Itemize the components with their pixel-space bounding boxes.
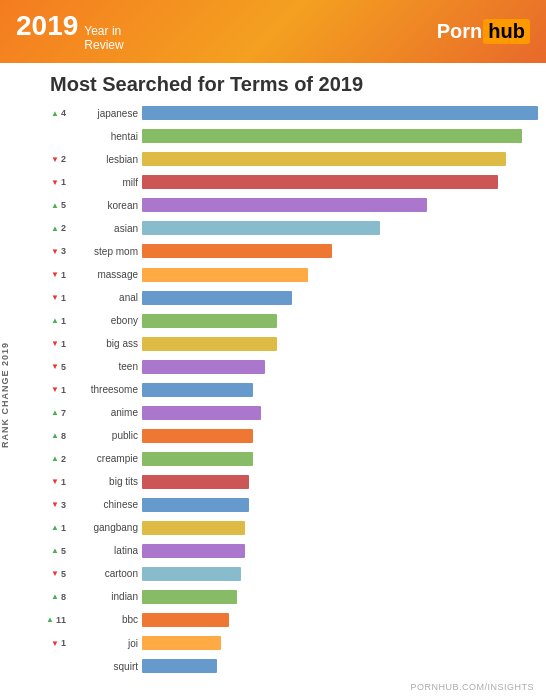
rank-item: ▲5 — [16, 542, 66, 560]
bar-row: asian — [66, 219, 538, 237]
up-arrow-icon: ▲ — [51, 201, 59, 210]
down-arrow-icon: ▼ — [51, 270, 59, 279]
bar-fill — [142, 221, 380, 235]
bar-track — [142, 383, 538, 397]
rank-item: ▲7 — [16, 404, 66, 422]
footer-url: PORNHUB.COM/INSIGHTS — [0, 680, 546, 696]
bar-label: ebony — [66, 315, 138, 326]
logo-hub: hub — [483, 19, 530, 44]
down-arrow-icon: ▼ — [51, 385, 59, 394]
bar-fill — [142, 106, 538, 120]
rank-item: ▼3 — [16, 242, 66, 260]
bar-label: japanese — [66, 108, 138, 119]
down-arrow-icon: ▼ — [51, 178, 59, 187]
bar-fill — [142, 590, 237, 604]
up-arrow-icon: ▲ — [51, 523, 59, 532]
bar-fill — [142, 659, 217, 673]
bar-row: cartoon — [66, 565, 538, 583]
bar-label: korean — [66, 200, 138, 211]
bar-track — [142, 452, 538, 466]
bar-track — [142, 291, 538, 305]
bar-row: chinese — [66, 496, 538, 514]
bar-label: big tits — [66, 476, 138, 487]
rank-item: ▼1 — [16, 266, 66, 284]
down-arrow-icon: ▼ — [51, 500, 59, 509]
down-arrow-icon: ▼ — [51, 569, 59, 578]
rank-item: ▼1 — [16, 381, 66, 399]
bar-fill — [142, 360, 265, 374]
bar-label: public — [66, 430, 138, 441]
bar-row: step mom — [66, 242, 538, 260]
up-arrow-icon: ▲ — [51, 109, 59, 118]
bar-row: squirt — [66, 657, 538, 675]
bar-fill — [142, 567, 241, 581]
bar-row: anal — [66, 289, 538, 307]
bar-fill — [142, 636, 221, 650]
bar-row: big ass — [66, 335, 538, 353]
rank-item: ▼1 — [16, 634, 66, 652]
bar-track — [142, 337, 538, 351]
bar-row: japanese — [66, 104, 538, 122]
bar-label: asian — [66, 223, 138, 234]
bar-track — [142, 175, 538, 189]
rank-item: ▲8 — [16, 588, 66, 606]
logo: Porn hub — [437, 19, 530, 44]
bar-track — [142, 268, 538, 282]
rank-item: ▼1 — [16, 289, 66, 307]
bar-track — [142, 314, 538, 328]
bar-fill — [142, 291, 292, 305]
rank-item: ▼5 — [16, 565, 66, 583]
bar-label: cartoon — [66, 568, 138, 579]
rank-number: 11 — [56, 615, 66, 625]
down-arrow-icon: ▼ — [51, 339, 59, 348]
bar-row: latina — [66, 542, 538, 560]
bar-label: indian — [66, 591, 138, 602]
bar-track — [142, 360, 538, 374]
bar-track — [142, 244, 538, 258]
bar-label: milf — [66, 177, 138, 188]
bar-fill — [142, 544, 245, 558]
bar-row: korean — [66, 196, 538, 214]
bar-fill — [142, 613, 229, 627]
rank-item: ▼1 — [16, 173, 66, 191]
bar-track — [142, 659, 538, 673]
bar-row: teen — [66, 358, 538, 376]
rank-item — [16, 127, 66, 145]
rank-item: ▲2 — [16, 219, 66, 237]
bar-track — [142, 521, 538, 535]
bar-row: threesome — [66, 381, 538, 399]
rank-item — [16, 657, 66, 675]
up-arrow-icon: ▲ — [51, 224, 59, 233]
rank-item: ▼2 — [16, 150, 66, 168]
year-block: 2019 Year in Review — [16, 10, 124, 53]
header: 2019 Year in Review Porn hub — [0, 0, 546, 63]
bar-label: hentai — [66, 131, 138, 142]
up-arrow-icon: ▲ — [51, 316, 59, 325]
logo-porn: Porn — [437, 20, 483, 43]
rank-item: ▲8 — [16, 427, 66, 445]
down-arrow-icon: ▼ — [51, 247, 59, 256]
bar-label: joi — [66, 638, 138, 649]
bar-fill — [142, 406, 261, 420]
bar-fill — [142, 268, 308, 282]
bar-track — [142, 567, 538, 581]
year-subtitle: Year in Review — [84, 24, 123, 53]
bar-fill — [142, 475, 249, 489]
bar-row: hentai — [66, 127, 538, 145]
rank-item: ▲11 — [16, 611, 66, 629]
bar-fill — [142, 452, 253, 466]
bar-fill — [142, 152, 506, 166]
rank-item: ▼1 — [16, 335, 66, 353]
bar-label: chinese — [66, 499, 138, 510]
down-arrow-icon: ▼ — [51, 639, 59, 648]
year-text: 2019 — [16, 10, 78, 42]
rank-item: ▲4 — [16, 104, 66, 122]
bar-track — [142, 613, 538, 627]
down-arrow-icon: ▼ — [51, 477, 59, 486]
up-arrow-icon: ▲ — [51, 408, 59, 417]
bar-label: massage — [66, 269, 138, 280]
page-title: Most Searched for Terms of 2019 — [0, 63, 546, 100]
bar-label: lesbian — [66, 154, 138, 165]
rank-item: ▲2 — [16, 450, 66, 468]
bar-track — [142, 544, 538, 558]
